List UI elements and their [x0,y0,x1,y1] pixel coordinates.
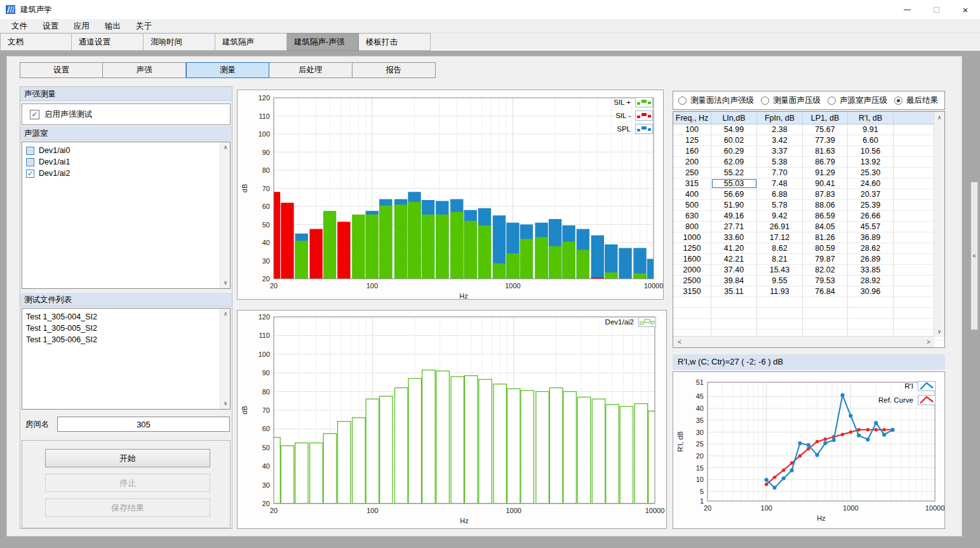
table-cell[interactable] [894,200,935,210]
table-cell[interactable]: 55.03 [711,178,757,189]
enable-intensity-checkbox[interactable]: ✓ 启用声强测试 [22,104,231,125]
table-cell[interactable]: 79.53 [803,276,848,286]
table-cell[interactable]: 81.26 [803,232,848,243]
close-button[interactable]: × [951,0,980,19]
table-cell[interactable]: 6.60 [848,135,894,145]
radio-option-4[interactable]: 最后结果 [894,95,938,106]
minimize-button[interactable] [892,0,922,19]
table-cell[interactable]: 25.30 [848,168,894,178]
table-cell[interactable]: 51.90 [711,200,757,210]
table-cell[interactable]: 25.39 [848,200,894,210]
scroll-down-icon[interactable]: ∨ [934,326,944,337]
table-cell[interactable]: 7.48 [757,178,803,189]
table-cell[interactable]: 81.63 [803,146,848,156]
table-cell[interactable]: 28.92 [848,276,894,286]
table-horizontal-scrollbar[interactable]: <> [673,336,935,347]
table-cell[interactable]: 5.78 [757,200,803,210]
radio-option-3[interactable]: 声源室声压级 [828,95,887,106]
table-vertical-scrollbar[interactable]: ∧∨ [934,112,944,337]
table-cell[interactable]: 60.02 [711,135,757,145]
main-tab-4[interactable]: 建筑隔声 [215,33,287,51]
table-cell[interactable]: 24.60 [848,178,894,189]
radio-option-2[interactable]: 测量面声压级 [761,95,821,106]
table-cell[interactable] [894,124,935,135]
table-cell[interactable]: 54.99 [711,124,757,135]
table-cell[interactable] [894,135,935,145]
main-tab-1[interactable]: 文档 [0,33,72,51]
table-cell[interactable]: 400 [673,189,711,199]
table-cell[interactable]: 5.38 [757,157,803,167]
scroll-down-icon[interactable]: ∨ [220,278,231,288]
table-cell[interactable]: 7.70 [757,168,803,178]
menu-item-1[interactable]: 文件 [4,19,35,33]
room-name-input[interactable] [57,417,230,432]
table-cell[interactable]: 33.85 [848,265,894,275]
scroll-up-icon[interactable]: ∧ [220,309,231,319]
menu-item-4[interactable]: 输出 [97,19,128,33]
table-cell[interactable]: 26.66 [848,211,894,221]
test-file-item-1[interactable]: Test 1_305-004_SI2 [22,311,230,323]
table-cell[interactable] [894,146,935,156]
table-cell[interactable]: 1600 [673,254,711,264]
table-cell[interactable]: 9.91 [848,124,894,135]
table-cell[interactable] [894,222,935,232]
channel-item-3[interactable]: ✓Dev1/ai2 [22,168,230,179]
collapse-panel-handle[interactable]: < [970,182,978,330]
table-cell[interactable]: 1250 [673,243,711,253]
table-cell[interactable] [894,276,935,286]
table-cell[interactable]: 500 [673,200,711,210]
test-file-item-2[interactable]: Test 1_305-005_SI2 [22,323,230,334]
table-cell[interactable]: 200 [673,157,711,167]
table-cell[interactable] [894,178,935,189]
table-cell[interactable]: 800 [673,222,711,232]
channel-checkbox-icon[interactable]: ✓ [26,170,34,178]
table-cell[interactable]: 60.29 [711,146,757,156]
test-file-item-3[interactable]: Test 1_305-006_SI2 [22,334,230,345]
table-cell[interactable]: 82.02 [803,265,848,275]
table-cell[interactable]: 15.43 [757,265,803,275]
table-cell[interactable]: 13.92 [848,157,894,167]
table-cell[interactable]: 20.37 [848,189,894,199]
table-cell[interactable]: 49.16 [711,211,757,221]
scroll-up-icon[interactable]: ∧ [220,143,231,152]
table-cell[interactable]: 75.67 [803,124,848,135]
table-cell[interactable]: 87.83 [803,189,848,199]
maximize-button[interactable] [922,0,951,19]
table-cell[interactable]: 125 [673,135,711,145]
sub-tab-3[interactable]: 测量 [186,62,269,78]
scroll-down-icon[interactable]: ∨ [220,399,231,408]
scroll-left-icon[interactable]: < [675,337,685,347]
table-cell[interactable]: 26.89 [848,254,894,264]
table-cell[interactable]: 76.84 [803,286,848,297]
table-cell[interactable]: 86.59 [803,211,848,221]
table-cell[interactable]: 84.05 [803,222,848,232]
table-cell[interactable]: 80.59 [803,243,848,253]
table-cell[interactable]: 10.56 [848,146,894,156]
channel-checkbox-icon[interactable] [26,158,34,166]
table-cell[interactable]: 3150 [673,286,711,297]
table-cell[interactable] [894,211,935,221]
table-cell[interactable]: 26.91 [757,222,803,232]
channel-item-1[interactable]: Dev1/ai0 [22,145,230,156]
table-cell[interactable]: 2.38 [757,124,803,135]
menu-item-3[interactable]: 应用 [66,19,97,33]
table-cell[interactable]: 3.42 [757,135,803,145]
table-cell[interactable]: 62.09 [711,157,757,167]
table-cell[interactable] [894,286,935,297]
table-cell[interactable]: 33.60 [711,232,757,243]
main-tab-3[interactable]: 混响时间 [144,33,215,51]
table-cell[interactable]: 160 [673,146,711,156]
table-cell[interactable] [894,243,935,253]
scroll-right-icon[interactable]: > [923,337,934,347]
scroll-up-icon[interactable]: ∧ [934,112,944,123]
table-cell[interactable]: 17.12 [757,232,803,243]
table-cell[interactable]: 91.29 [803,168,848,178]
table-cell[interactable] [894,232,935,243]
menu-item-5[interactable]: 关于 [128,19,159,33]
table-cell[interactable]: 77.39 [803,135,848,145]
channel-checkbox-icon[interactable] [26,147,34,155]
file-list-scrollbar[interactable]: ∧ ∨ [220,309,230,409]
table-cell[interactable]: 36.89 [848,232,894,243]
main-tab-6[interactable]: 楼板打击 [359,33,431,51]
sub-tab-5[interactable]: 报告 [352,62,436,78]
